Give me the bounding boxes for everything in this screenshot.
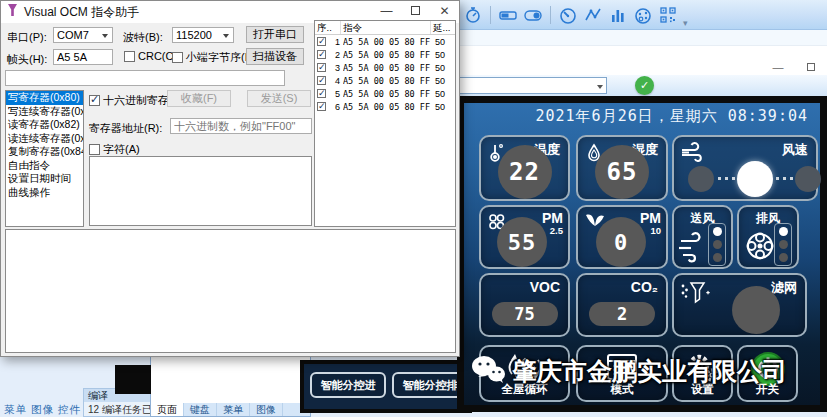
card-label: 风速 — [782, 141, 808, 159]
pm10-card[interactable]: PM 10 0 — [576, 205, 668, 269]
wind-low-dot[interactable] — [688, 166, 714, 192]
listbox-item[interactable]: 写寄存器(0x80) — [6, 91, 83, 105]
command-row[interactable]: 1A5 5A 00 05 80 FF 02 00 0150 — [315, 35, 455, 48]
register-address-label: 寄存器地址(R): — [89, 121, 162, 136]
level-dot-high — [779, 227, 788, 236]
visual-ocm-dialog: Visual OCM 指令助手 — ✕ 串口(P): COM7 波特(B): 1… — [0, 0, 460, 357]
qrcode-icon[interactable] — [658, 5, 678, 25]
register-address-input[interactable] — [170, 118, 312, 134]
page-tab[interactable]: 键盘 — [184, 403, 217, 416]
temperature-card[interactable]: 温度 22 — [479, 135, 570, 201]
row-command: A5 5A 00 05 80 FF 02 00 00 — [343, 50, 433, 60]
row-delay: 50 — [433, 63, 453, 73]
row-number: 5 — [328, 89, 340, 99]
wind-high-dot[interactable] — [795, 166, 821, 192]
command-row[interactable]: 2A5 5A 00 05 80 FF 02 00 0050 — [315, 48, 455, 61]
row-delay: 50 — [433, 37, 453, 47]
timer-icon[interactable] — [463, 5, 483, 25]
scan-device-button[interactable]: 扫描设备 — [246, 48, 304, 65]
progressbar-icon[interactable] — [498, 5, 518, 25]
filter-card[interactable]: 滤网 — [672, 273, 807, 337]
bottom-menu-tabs[interactable]: 菜单 图像 控件 — [4, 403, 81, 417]
baud-combobox[interactable]: 115200 — [172, 27, 234, 43]
co2-value: 2 — [617, 304, 627, 324]
minimize-icon[interactable]: — — [765, 58, 791, 76]
status-input[interactable] — [5, 70, 285, 86]
row-delay: 50 — [433, 50, 453, 60]
row-checkbox[interactable] — [317, 50, 326, 59]
command-row[interactable]: 5A5 5A 00 05 80 FF 02 00 2250 — [315, 87, 455, 100]
page-tab[interactable]: 页面 — [151, 403, 184, 416]
maximize-icon[interactable] — [798, 58, 824, 76]
listbox-item[interactable]: 曲线操作 — [6, 186, 83, 200]
toolbar-separator — [550, 6, 551, 24]
editor-statusbar: ✓ — [455, 75, 827, 97]
row-delay: 50 — [433, 89, 453, 99]
temperature-value: 22 — [509, 158, 540, 186]
send-button[interactable]: 发送(S) — [247, 90, 311, 107]
command-list-header[interactable]: 序..指令延... — [315, 21, 455, 35]
command-row[interactable]: 6A5 5A 00 05 80 FF 02 00 2250 — [315, 100, 455, 113]
selector-dots — [776, 177, 793, 180]
voc-card[interactable]: VOC 75 — [479, 273, 570, 337]
page-tab[interactable]: 菜单 — [217, 403, 250, 416]
exhaust-air-card[interactable]: 排风 — [737, 205, 799, 269]
co2-card[interactable]: CO₂ 2 — [576, 273, 668, 337]
row-checkbox[interactable] — [317, 89, 326, 98]
command-row[interactable]: 4A5 5A 00 05 80 FF 02 00 2150 — [315, 74, 455, 87]
listbox-item[interactable]: 设置日期时间 — [6, 172, 83, 186]
row-checkbox[interactable] — [317, 102, 326, 111]
gauge-icon[interactable] — [558, 5, 578, 25]
editor-subwindow-titlebar: — — [455, 45, 827, 75]
row-checkbox[interactable] — [317, 76, 326, 85]
toolbar-overflow-icon[interactable]: ▾ — [683, 18, 688, 28]
char-checkbox[interactable]: 字符(A) — [89, 142, 140, 157]
listbox-item[interactable]: 写连续寄存器(0x81) — [6, 105, 83, 119]
value-display: 22 — [498, 145, 552, 199]
toggle-icon[interactable] — [523, 5, 543, 25]
row-checkbox[interactable] — [317, 63, 326, 72]
wind-speed-card[interactable]: 风速 — [672, 135, 818, 201]
voc-value: 75 — [514, 304, 534, 324]
little-endian-checkbox[interactable]: 小端字节序(L) — [172, 50, 254, 65]
crc-checkbox[interactable]: CRC(C) — [124, 50, 177, 62]
row-number: 6 — [328, 102, 340, 112]
wechat-icon — [470, 353, 506, 389]
zoom-combobox[interactable] — [457, 77, 607, 94]
row-command: A5 5A 00 05 80 FF 02 00 22 — [343, 102, 433, 112]
smart-control-button[interactable]: 智能分控进 — [310, 372, 386, 398]
listbox-item[interactable]: 读寄存器(0x82) — [6, 118, 83, 132]
level-dot-mid — [713, 240, 722, 249]
command-row[interactable]: 3A5 5A 00 05 80 FF 02 00 2150 — [315, 61, 455, 74]
palette-icon[interactable] — [633, 5, 653, 25]
humidity-card[interactable]: 湿度 65 — [576, 135, 668, 201]
pm25-card[interactable]: PM 2.5 55 — [479, 205, 570, 269]
listbox-item[interactable]: 复制寄存器(0x84) — [6, 145, 83, 159]
listbox-item[interactable]: 读连续寄存器(0x83) — [6, 132, 83, 146]
value-textarea[interactable] — [89, 156, 312, 226]
log-textarea[interactable] — [5, 229, 456, 353]
exhaust-level-indicator[interactable] — [774, 223, 792, 266]
toolbar-separator — [490, 6, 491, 24]
pm10-value: 0 — [614, 230, 628, 255]
pm25-value: 55 — [508, 230, 537, 255]
row-delay: 50 — [433, 76, 453, 86]
open-serial-button[interactable]: 打开串口 — [246, 26, 304, 43]
supply-level-indicator[interactable] — [708, 223, 726, 266]
preview-fragment — [115, 365, 151, 394]
curve-icon[interactable] — [583, 5, 603, 25]
serial-port-combobox[interactable]: COM7 — [53, 27, 113, 43]
wind-mid-selected-dot[interactable] — [737, 161, 773, 197]
barchart-icon[interactable] — [608, 5, 628, 25]
command-list: 序..指令延... 1A5 5A 00 05 80 FF 02 00 01502… — [314, 20, 456, 227]
favorite-button[interactable]: 收藏(F) — [167, 90, 231, 107]
row-checkbox[interactable] — [317, 37, 326, 46]
page-tab[interactable]: 图像 — [250, 403, 283, 416]
row-command: A5 5A 00 05 80 FF 02 00 01 — [343, 37, 433, 47]
listbox-item[interactable]: 自由指令 — [6, 159, 83, 173]
watermark: 肇庆市金鹏实业有限公司 — [470, 353, 787, 389]
frame-header-input[interactable] — [53, 49, 113, 65]
row-command: A5 5A 00 05 80 FF 02 00 21 — [343, 63, 433, 73]
supply-air-card[interactable]: 送风 — [672, 205, 733, 269]
level-dot-low — [713, 253, 722, 262]
